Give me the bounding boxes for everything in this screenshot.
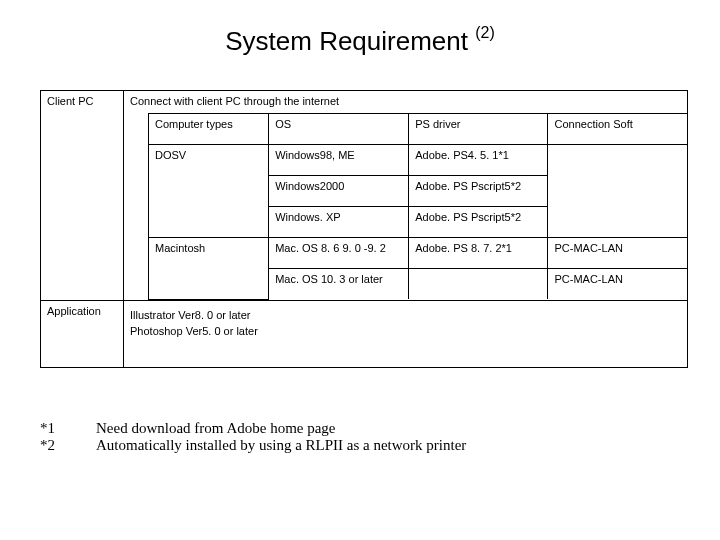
cell-ps: Adobe. PS Pscript5*2 — [409, 176, 548, 207]
cell-os: Windows98, ME — [269, 145, 409, 176]
cell-ps: Adobe. PS4. 5. 1*1 — [409, 145, 548, 176]
cell-os: Windows. XP — [269, 207, 409, 238]
application-row: Application Illustrator Ver8. 0 or later… — [41, 300, 688, 367]
hdr-connection-soft: Connection Soft — [548, 114, 687, 145]
cell-cs — [548, 145, 687, 238]
footnote-label: *1 — [40, 420, 96, 437]
cell-os: Mac. OS 8. 6 9. 0 -9. 2 — [269, 238, 409, 269]
footnotes: *1 Need download from Adobe home page *2… — [40, 420, 688, 454]
cell-cs: PC-MAC-LAN — [548, 238, 687, 269]
table-row: DOSV Windows98, ME Adobe. PS4. 5. 1*1 — [149, 145, 688, 176]
cell-ps: Adobe. PS 8. 7. 2*1 — [409, 238, 548, 269]
hdr-ps-driver: PS driver — [409, 114, 548, 145]
cell-os: Windows2000 — [269, 176, 409, 207]
application-content: Illustrator Ver8. 0 or later Photoshop V… — [124, 300, 688, 367]
cell-ps — [409, 269, 548, 300]
inner-table: Computer types OS PS driver Connection S… — [148, 113, 687, 300]
side-client-pc: Client PC — [41, 91, 124, 301]
footnote-text: Need download from Adobe home page — [96, 420, 336, 437]
hdr-os: OS — [269, 114, 409, 145]
footnote-row: *2 Automatically installed by using a RL… — [40, 437, 688, 454]
main-table: Client PC Connect with client PC through… — [40, 90, 688, 368]
footnote-text: Automatically installed by using a RLPII… — [96, 437, 466, 454]
title-sup: (2) — [475, 24, 495, 41]
hdr-computer-types: Computer types — [149, 114, 269, 145]
footnote-row: *1 Need download from Adobe home page — [40, 420, 688, 437]
page-title: System Requirement (2) — [0, 0, 720, 57]
cell-computer-type: Macintosh — [149, 238, 269, 300]
client-pc-row: Client PC Connect with client PC through… — [41, 91, 688, 301]
table-row: Macintosh Mac. OS 8. 6 9. 0 -9. 2 Adobe.… — [149, 238, 688, 269]
app-line: Illustrator Ver8. 0 or later — [130, 307, 681, 323]
cell-cs: PC-MAC-LAN — [548, 269, 687, 300]
footnote-label: *2 — [40, 437, 96, 454]
title-main: System Requirement — [225, 26, 475, 56]
app-line: Photoshop Ver5. 0 or later — [130, 323, 681, 339]
cell-ps: Adobe. PS Pscript5*2 — [409, 207, 548, 238]
side-application: Application — [41, 300, 124, 367]
client-pc-content: Connect with client PC through the inter… — [124, 91, 688, 301]
connect-caption: Connect with client PC through the inter… — [124, 91, 687, 113]
cell-os: Mac. OS 10. 3 or later — [269, 269, 409, 300]
inner-header-row: Computer types OS PS driver Connection S… — [149, 114, 688, 145]
cell-computer-type: DOSV — [149, 145, 269, 238]
